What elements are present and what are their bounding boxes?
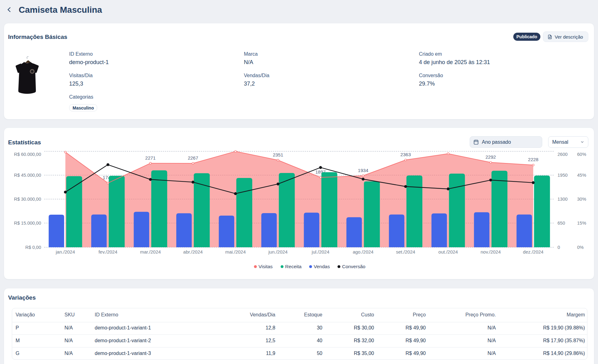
svg-text:2292: 2292 bbox=[486, 154, 496, 160]
svg-text:R$ 15.000,00: R$ 15.000,00 bbox=[14, 221, 41, 226]
svg-text:mar./2024: mar./2024 bbox=[140, 249, 161, 254]
svg-text:abr./2024: abr./2024 bbox=[183, 249, 203, 254]
svg-text:0: 0 bbox=[558, 245, 560, 250]
svg-text:dez./2024: dez./2024 bbox=[523, 249, 543, 254]
svg-text:650: 650 bbox=[558, 221, 565, 226]
svg-text:fev./2024: fev./2024 bbox=[98, 249, 117, 254]
svg-text:jan./2024: jan./2024 bbox=[55, 249, 75, 254]
svg-text:2351: 2351 bbox=[273, 152, 283, 157]
svg-text:R$ 30.000,00: R$ 30.000,00 bbox=[14, 197, 41, 202]
svg-text:60%: 60% bbox=[577, 152, 586, 157]
svg-text:R$ 60.000,00: R$ 60.000,00 bbox=[14, 152, 41, 157]
svg-text:set./2024: set./2024 bbox=[396, 249, 415, 254]
svg-text:1300: 1300 bbox=[558, 197, 567, 202]
svg-text:15%: 15% bbox=[577, 221, 586, 226]
svg-text:2271: 2271 bbox=[145, 155, 155, 161]
svg-text:nov./2024: nov./2024 bbox=[481, 249, 501, 254]
svg-text:ago./2024: ago./2024 bbox=[353, 249, 373, 254]
svg-text:Vendas: Vendas bbox=[314, 264, 330, 269]
svg-text:45%: 45% bbox=[577, 173, 586, 178]
svg-text:1950: 1950 bbox=[558, 173, 567, 178]
svg-text:out./2024: out./2024 bbox=[439, 249, 458, 254]
svg-text:2363: 2363 bbox=[401, 152, 411, 157]
svg-text:mai./2024: mai./2024 bbox=[225, 249, 246, 254]
svg-text:30%: 30% bbox=[577, 197, 586, 202]
svg-text:2600: 2600 bbox=[558, 152, 567, 157]
svg-text:1934: 1934 bbox=[358, 168, 368, 173]
svg-text:R$ 0,00: R$ 0,00 bbox=[25, 245, 41, 250]
svg-text:Visitas: Visitas bbox=[259, 264, 273, 269]
svg-text:2267: 2267 bbox=[188, 155, 198, 161]
svg-text:R$ 45.000,00: R$ 45.000,00 bbox=[14, 173, 41, 178]
svg-text:jun./2024: jun./2024 bbox=[268, 249, 288, 254]
svg-text:2228: 2228 bbox=[528, 157, 538, 162]
svg-text:Conversão: Conversão bbox=[342, 264, 365, 269]
svg-text:Receita: Receita bbox=[285, 264, 302, 269]
svg-text:0%: 0% bbox=[577, 245, 584, 250]
svg-text:jul./2024: jul./2024 bbox=[311, 249, 330, 254]
